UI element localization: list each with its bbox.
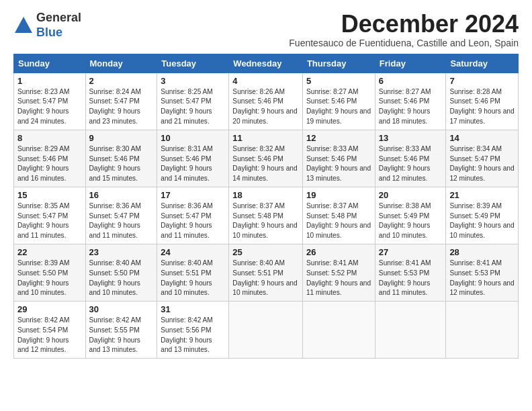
daylight-text: Daylight: 9 hours and 15 minutes. [89, 165, 140, 182]
calendar-day-header: Tuesday [157, 54, 229, 73]
sunrise-text: Sunrise: 8:40 AM [232, 259, 285, 267]
day-content: Sunrise: 8:34 AM Sunset: 5:47 PM Dayligh… [449, 144, 515, 184]
day-number: 15 [17, 190, 82, 200]
calendar-cell: 23 Sunrise: 8:40 AM Sunset: 5:50 PM Dayl… [85, 244, 157, 301]
calendar-week-row: 29 Sunrise: 8:42 AM Sunset: 5:54 PM Dayl… [14, 302, 519, 359]
day-number: 20 [379, 190, 443, 200]
calendar-week-row: 1 Sunrise: 8:23 AM Sunset: 5:47 PM Dayli… [14, 73, 519, 130]
calendar-cell: 20 Sunrise: 8:38 AM Sunset: 5:49 PM Dayl… [375, 187, 446, 244]
day-content: Sunrise: 8:41 AM Sunset: 5:53 PM Dayligh… [449, 259, 515, 298]
day-content: Sunrise: 8:42 AM Sunset: 5:55 PM Dayligh… [89, 316, 154, 355]
day-content: Sunrise: 8:29 AM Sunset: 5:46 PM Dayligh… [17, 144, 82, 184]
calendar-cell: 26 Sunrise: 8:41 AM Sunset: 5:52 PM Dayl… [302, 244, 375, 301]
sunset-text: Sunset: 5:49 PM [379, 212, 429, 220]
sunset-text: Sunset: 5:50 PM [17, 269, 68, 277]
calendar-cell: 6 Sunrise: 8:27 AM Sunset: 5:46 PM Dayli… [375, 73, 446, 130]
daylight-text: Daylight: 9 hours and 12 minutes. [379, 165, 430, 182]
calendar-cell [302, 302, 375, 359]
day-content: Sunrise: 8:33 AM Sunset: 5:46 PM Dayligh… [379, 144, 443, 184]
day-content: Sunrise: 8:41 AM Sunset: 5:53 PM Dayligh… [379, 259, 443, 298]
logo-general: General [36, 11, 81, 26]
day-number: 23 [89, 247, 154, 257]
calendar-cell: 7 Sunrise: 8:28 AM Sunset: 5:46 PM Dayli… [446, 73, 519, 130]
day-content: Sunrise: 8:39 AM Sunset: 5:50 PM Dayligh… [17, 259, 82, 298]
calendar-cell: 11 Sunrise: 8:32 AM Sunset: 5:46 PM Dayl… [229, 130, 303, 187]
sunset-text: Sunset: 5:47 PM [161, 97, 211, 105]
day-number: 12 [306, 133, 371, 143]
sunset-text: Sunset: 5:56 PM [161, 326, 211, 334]
day-number: 27 [379, 247, 443, 257]
day-content: Sunrise: 8:33 AM Sunset: 5:46 PM Dayligh… [306, 144, 371, 184]
sunrise-text: Sunrise: 8:24 AM [89, 88, 142, 95]
calendar-cell: 3 Sunrise: 8:25 AM Sunset: 5:47 PM Dayli… [157, 73, 229, 130]
day-content: Sunrise: 8:40 AM Sunset: 5:50 PM Dayligh… [89, 259, 154, 298]
sunrise-text: Sunrise: 8:41 AM [306, 259, 359, 267]
sunset-text: Sunset: 5:50 PM [89, 269, 140, 277]
day-number: 21 [449, 190, 515, 200]
title-block: December 2024 Fuentesauco de Fuentiduena… [289, 11, 519, 48]
day-content: Sunrise: 8:40 AM Sunset: 5:51 PM Dayligh… [232, 259, 299, 298]
daylight-text: Daylight: 9 hours and 21 minutes. [161, 107, 212, 125]
calendar-day-header: Sunday [14, 54, 86, 73]
daylight-text: Daylight: 9 hours and 10 minutes. [379, 222, 430, 239]
sunrise-text: Sunrise: 8:42 AM [161, 316, 213, 324]
svg-marker-0 [15, 17, 32, 33]
sunrise-text: Sunrise: 8:26 AM [232, 88, 285, 95]
day-number: 31 [161, 304, 225, 314]
day-number: 28 [449, 247, 515, 257]
day-number: 4 [232, 76, 299, 86]
day-number: 9 [89, 133, 154, 143]
sunset-text: Sunset: 5:53 PM [449, 269, 500, 277]
sunrise-text: Sunrise: 8:31 AM [161, 145, 213, 152]
calendar-cell: 4 Sunrise: 8:26 AM Sunset: 5:46 PM Dayli… [229, 73, 303, 130]
day-number: 19 [306, 190, 371, 200]
day-content: Sunrise: 8:28 AM Sunset: 5:46 PM Dayligh… [449, 87, 515, 127]
daylight-text: Daylight: 9 hours and 10 minutes. [161, 279, 212, 297]
sunset-text: Sunset: 5:46 PM [379, 97, 429, 105]
calendar-cell: 22 Sunrise: 8:39 AM Sunset: 5:50 PM Dayl… [14, 244, 86, 301]
sunset-text: Sunset: 5:48 PM [306, 212, 357, 220]
sunrise-text: Sunrise: 8:23 AM [17, 88, 70, 95]
sunrise-text: Sunrise: 8:39 AM [449, 202, 502, 210]
sunrise-text: Sunrise: 8:36 AM [89, 202, 142, 210]
calendar-day-header: Wednesday [229, 54, 303, 73]
day-content: Sunrise: 8:27 AM Sunset: 5:46 PM Dayligh… [306, 87, 371, 127]
calendar-cell: 31 Sunrise: 8:42 AM Sunset: 5:56 PM Dayl… [157, 302, 229, 359]
day-content: Sunrise: 8:38 AM Sunset: 5:49 PM Dayligh… [379, 201, 443, 241]
sunset-text: Sunset: 5:52 PM [306, 269, 357, 277]
calendar-cell: 5 Sunrise: 8:27 AM Sunset: 5:46 PM Dayli… [302, 73, 375, 130]
sunrise-text: Sunrise: 8:30 AM [89, 145, 142, 152]
sunrise-text: Sunrise: 8:38 AM [379, 202, 431, 210]
day-content: Sunrise: 8:32 AM Sunset: 5:46 PM Dayligh… [232, 144, 299, 184]
day-number: 18 [232, 190, 299, 200]
day-content: Sunrise: 8:42 AM Sunset: 5:54 PM Dayligh… [17, 316, 82, 355]
day-number: 26 [306, 247, 371, 257]
calendar-cell: 15 Sunrise: 8:35 AM Sunset: 5:47 PM Dayl… [14, 187, 86, 244]
daylight-text: Daylight: 9 hours and 11 minutes. [379, 279, 430, 297]
calendar-week-row: 22 Sunrise: 8:39 AM Sunset: 5:50 PM Dayl… [14, 244, 519, 301]
logo: General Blue [13, 11, 81, 40]
day-content: Sunrise: 8:26 AM Sunset: 5:46 PM Dayligh… [232, 87, 299, 127]
day-number: 1 [17, 76, 82, 86]
sunrise-text: Sunrise: 8:29 AM [17, 145, 70, 152]
sunset-text: Sunset: 5:46 PM [379, 155, 429, 163]
calendar-week-row: 8 Sunrise: 8:29 AM Sunset: 5:46 PM Dayli… [14, 130, 519, 187]
sunset-text: Sunset: 5:46 PM [449, 97, 500, 105]
sunset-text: Sunset: 5:51 PM [232, 269, 283, 277]
sunrise-text: Sunrise: 8:41 AM [379, 259, 431, 267]
sunrise-text: Sunrise: 8:39 AM [17, 259, 70, 267]
day-number: 2 [89, 76, 154, 86]
day-number: 13 [379, 133, 443, 143]
daylight-text: Daylight: 9 hours and 23 minutes. [89, 107, 140, 125]
sunset-text: Sunset: 5:47 PM [161, 212, 211, 220]
calendar-cell: 12 Sunrise: 8:33 AM Sunset: 5:46 PM Dayl… [302, 130, 375, 187]
sunrise-text: Sunrise: 8:33 AM [379, 145, 431, 152]
daylight-text: Daylight: 9 hours and 24 minutes. [17, 107, 69, 125]
daylight-text: Daylight: 9 hours and 14 minutes. [161, 165, 212, 182]
day-content: Sunrise: 8:30 AM Sunset: 5:46 PM Dayligh… [89, 144, 154, 184]
daylight-text: Daylight: 9 hours and 14 minutes. [232, 165, 297, 182]
day-number: 29 [17, 304, 82, 314]
calendar-cell: 1 Sunrise: 8:23 AM Sunset: 5:47 PM Dayli… [14, 73, 86, 130]
calendar-cell [375, 302, 446, 359]
sunrise-text: Sunrise: 8:41 AM [449, 259, 502, 267]
